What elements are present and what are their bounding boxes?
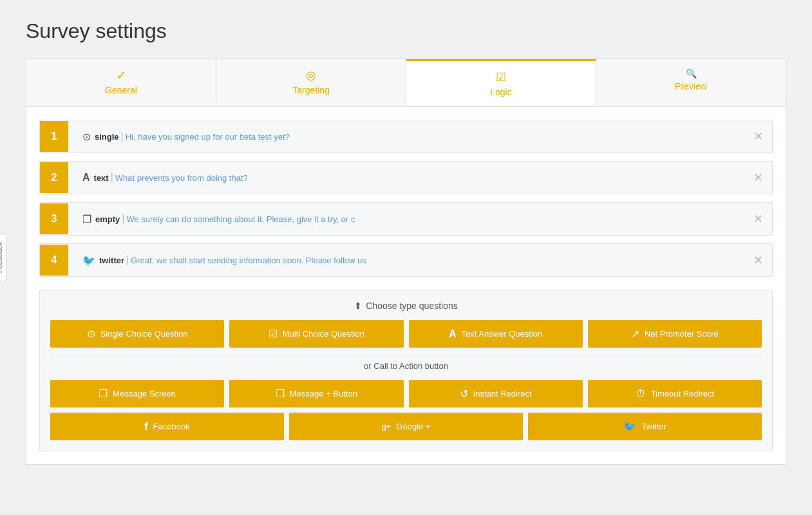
btn-facebook[interactable]: f Facebook <box>50 413 284 440</box>
message-button-icon: ❒ <box>276 388 285 400</box>
question-close-2[interactable]: ✕ <box>744 162 772 194</box>
feedback-tab[interactable]: Feedback <box>0 234 7 281</box>
multi-choice-icon: ☑ <box>269 328 278 340</box>
btn-net-promoter[interactable]: ↗ Net Promoter Score <box>588 320 762 348</box>
cta-buttons-row1: ❐ Message Screen ❒ Message + Button ↺ In… <box>50 380 762 407</box>
single-choice-icon: ⊙ <box>87 328 95 340</box>
question-type-label-2: text <box>94 173 109 183</box>
choose-section: ⬆ Choose type questions ⊙ Single Choice … <box>39 290 773 451</box>
question-number-4: 4 <box>40 245 68 276</box>
question-type-icon-2: A <box>82 172 90 183</box>
targeting-icon: ◎ <box>306 68 316 82</box>
question-close-4[interactable]: ✕ <box>744 244 772 276</box>
question-body-2: A text | What prevents you from doing th… <box>68 163 744 192</box>
question-list: 1 ⊙ single | Hi, have you signed up for … <box>39 120 773 277</box>
tab-general-label: General <box>105 85 137 95</box>
tab-preview[interactable]: 🔍 Preview <box>596 59 786 106</box>
question-text-4: Great, we shall start sending informatio… <box>131 256 366 265</box>
question-number-3: 3 <box>40 203 68 234</box>
instant-redirect-icon: ↺ <box>460 388 468 400</box>
question-number-2: 2 <box>40 162 68 193</box>
btn-google-plus[interactable]: g+ Google + <box>289 413 523 440</box>
btn-multi-choice-label: Multi Choice Question <box>283 329 364 339</box>
btn-facebook-label: Facebook <box>153 422 190 431</box>
btn-message-button-label: Message + Button <box>290 389 357 398</box>
tab-logic-label: Logic <box>490 87 511 97</box>
btn-message-screen-label: Message Screen <box>113 389 176 398</box>
btn-timeout-redirect[interactable]: ⏱ Timeout Redirect <box>588 380 762 407</box>
main-content: 1 ⊙ single | Hi, have you signed up for … <box>26 106 786 465</box>
question-row: 1 ⊙ single | Hi, have you signed up for … <box>39 120 773 153</box>
btn-timeout-redirect-label: Timeout Redirect <box>651 389 715 398</box>
page-title: Survey settings <box>26 19 786 43</box>
btn-multi-choice[interactable]: ☑ Multi Choice Question <box>229 320 403 348</box>
btn-message-screen[interactable]: ❐ Message Screen <box>50 380 224 407</box>
logic-icon: ☑ <box>496 70 506 84</box>
question-type-icon-4: 🐦 <box>82 254 95 267</box>
cta-header: or Call to Action button <box>50 357 762 371</box>
question-text-2: What prevents you from doing that? <box>115 173 248 183</box>
feedback-label: Feedback <box>0 242 3 273</box>
tab-general[interactable]: ✓ General <box>26 59 216 106</box>
twitter-icon: 🐦 <box>623 420 636 433</box>
question-type-label-3: empty <box>95 214 120 224</box>
question-type-label-1: single <box>95 132 119 142</box>
preview-icon: 🔍 <box>686 68 697 79</box>
question-row: 3 ❐ empty | We surely can do something a… <box>39 202 773 236</box>
choose-header-icon: ⬆ <box>354 301 362 311</box>
cta-buttons-row2-wrapper: f Facebook g+ Google + 🐦 Twitter <box>50 413 762 440</box>
btn-message-button[interactable]: ❒ Message + Button <box>229 380 403 407</box>
question-type-icon-1: ⊙ <box>82 131 91 143</box>
question-body-4: 🐦 twitter | Great, we shall start sendin… <box>68 245 744 276</box>
question-body-1: ⊙ single | Hi, have you signed up for ou… <box>68 122 744 152</box>
btn-net-promoter-label: Net Promoter Score <box>645 329 719 339</box>
question-body-3: ❐ empty | We surely can do something abo… <box>68 204 744 234</box>
question-type-icon-3: ❐ <box>82 213 91 225</box>
net-promoter-icon: ↗ <box>631 328 639 340</box>
question-close-3[interactable]: ✕ <box>744 203 772 235</box>
btn-twitter-label: Twitter <box>641 422 666 431</box>
type-buttons-grid: ⊙ Single Choice Question ☑ Multi Choice … <box>50 320 762 348</box>
page-container: Survey settings ✓ General ◎ Targeting ☑ … <box>0 0 812 484</box>
btn-instant-redirect-label: Instant Redirect <box>473 389 532 398</box>
tab-preview-label: Preview <box>675 81 707 91</box>
question-type-label-4: twitter <box>99 256 124 265</box>
tabs-container: ✓ General ◎ Targeting ☑ Logic 🔍 Preview <box>26 59 786 106</box>
message-screen-icon: ❐ <box>99 388 108 400</box>
btn-text-answer[interactable]: A Text Answer Question <box>409 320 583 348</box>
timeout-redirect-icon: ⏱ <box>636 388 646 400</box>
cta-header-text: or Call to Action button <box>364 361 448 371</box>
btn-google-plus-label: Google + <box>396 422 430 431</box>
question-row: 4 🐦 twitter | Great, we shall start send… <box>39 243 773 277</box>
question-close-1[interactable]: ✕ <box>744 120 772 153</box>
choose-header-text: Choose type questions <box>366 301 457 311</box>
general-icon: ✓ <box>117 68 126 82</box>
btn-text-answer-label: Text Answer Question <box>462 329 543 339</box>
btn-twitter[interactable]: 🐦 Twitter <box>528 413 762 440</box>
question-number-1: 1 <box>40 121 68 152</box>
text-answer-icon: A <box>449 328 457 340</box>
facebook-icon: f <box>144 421 147 433</box>
question-text-1: Hi, have you signed up for our beta test… <box>126 132 290 142</box>
choose-header: ⬆ Choose type questions <box>50 301 762 311</box>
cta-buttons-row2: f Facebook g+ Google + 🐦 Twitter <box>50 413 762 440</box>
question-text-3: We surely can do something about it. Ple… <box>126 214 355 224</box>
btn-instant-redirect[interactable]: ↺ Instant Redirect <box>409 380 583 407</box>
google-plus-icon: g+ <box>382 422 392 431</box>
tab-targeting[interactable]: ◎ Targeting <box>216 59 406 106</box>
tab-targeting-label: Targeting <box>292 85 330 95</box>
btn-single-choice[interactable]: ⊙ Single Choice Question <box>50 320 224 348</box>
question-row: 2 A text | What prevents you from doing … <box>39 161 773 194</box>
tab-logic[interactable]: ☑ Logic <box>406 59 596 106</box>
btn-single-choice-label: Single Choice Question <box>100 329 188 339</box>
